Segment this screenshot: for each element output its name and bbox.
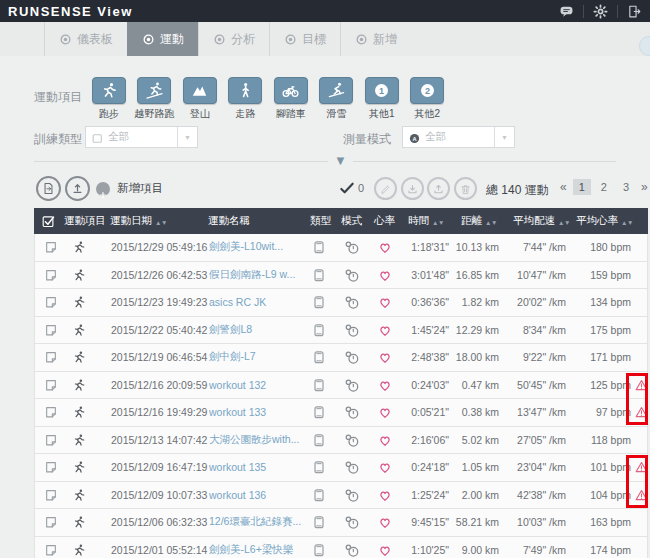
download-button[interactable] — [401, 177, 424, 200]
pagination-prev[interactable]: « — [558, 180, 569, 194]
stopwatch-mode-icon — [343, 454, 361, 481]
row-name-link[interactable]: asics RC JK — [209, 289, 309, 316]
row-distance: 1.82 km — [437, 289, 499, 316]
memo-icon[interactable] — [43, 344, 59, 371]
table-row[interactable]: 2015/12/06 06:32:33 12/6環臺北紀錄賽... 9:45'1… — [35, 509, 647, 537]
row-date: 2015/12/22 05:40:42 — [111, 317, 207, 344]
memo-icon[interactable] — [43, 454, 59, 481]
row-name-link[interactable]: 劍中劍-L7 — [209, 344, 309, 371]
memo-icon[interactable] — [43, 372, 59, 399]
memo-icon[interactable] — [43, 427, 59, 454]
row-name-link[interactable]: 劍警劍L8 — [209, 317, 309, 344]
memo-icon[interactable] — [43, 262, 59, 289]
row-name-link[interactable]: 劍劍美-L6+梁快樂 — [209, 537, 309, 558]
table-row[interactable]: 2015/12/16 20:09:59 workout 132 0:24'03"… — [35, 372, 647, 400]
col-header-time[interactable]: 時間 ▲▼ — [408, 208, 444, 234]
row-pace: 10'03" /km — [493, 509, 566, 536]
row-name-link[interactable]: 12/6環臺北紀錄賽... — [209, 509, 309, 536]
memo-icon[interactable] — [43, 509, 59, 536]
row-date: 2015/12/09 10:07:33 — [111, 482, 207, 509]
table-row[interactable]: 2015/12/29 05:49:16 劍劍美-L10wit... 1:18'3… — [35, 234, 647, 262]
table-row[interactable]: 2015/12/19 06:46:54 劍中劍-L7 2:48'38" 18.0… — [35, 344, 647, 372]
sort-icon[interactable]: ▲▼ — [558, 215, 570, 227]
sort-icon[interactable]: ▲▼ — [621, 215, 633, 227]
table-row[interactable]: 2015/12/16 19:49:29 workout 133 0:05'21"… — [35, 399, 647, 427]
table-row[interactable]: 2015/12/01 05:52:14 劍劍美-L6+梁快樂 1:10'25" … — [35, 537, 647, 558]
page-1[interactable]: 1 — [573, 179, 591, 195]
table-row[interactable]: 2015/12/09 10:07:33 workout 136 1:25'24"… — [35, 482, 647, 510]
row-distance: 16.85 km — [437, 262, 499, 289]
sport-running[interactable]: 跑步 — [86, 77, 132, 121]
sort-icon[interactable]: ▲▼ — [155, 215, 167, 227]
page-3[interactable]: 3 — [617, 179, 635, 195]
pagination-next[interactable]: » — [639, 180, 650, 194]
table-row[interactable]: 2015/12/13 14:07:42 大湖公園散步with... 2:16'0… — [35, 427, 647, 455]
memo-icon[interactable] — [43, 317, 59, 344]
runner-icon — [71, 344, 86, 371]
tab-dashboard[interactable]: 儀表板 — [44, 22, 127, 56]
chat-icon[interactable] — [559, 4, 574, 19]
sport-skiing[interactable]: 滑雪 — [314, 77, 360, 121]
sport-hiking[interactable]: 登山 — [177, 77, 223, 121]
sort-icon[interactable]: ▲▼ — [432, 215, 444, 227]
row-name-link[interactable]: workout 133 — [209, 399, 309, 426]
training-type-label: 訓練類型 — [34, 131, 82, 148]
tab-analysis[interactable]: 分析 — [198, 22, 269, 56]
edit-button[interactable] — [374, 177, 397, 200]
memo-icon[interactable] — [43, 537, 59, 558]
training-type-select[interactable]: 全部 ▼ — [85, 126, 198, 148]
col-header-hr[interactable]: 心率 — [374, 208, 395, 234]
row-name-link[interactable]: workout 132 — [209, 372, 309, 399]
gear-icon[interactable] — [593, 4, 608, 19]
row-name-link[interactable]: workout 136 — [209, 482, 309, 509]
sport-other1[interactable]: 1 其他1 — [359, 77, 405, 121]
add-item-button[interactable]: 新增項目 — [96, 181, 163, 196]
warning-icon — [634, 454, 649, 481]
select-all-checkbox[interactable] — [41, 208, 56, 234]
table-row[interactable]: 2015/12/23 19:49:23 asics RC JK 0:36'36"… — [35, 289, 647, 317]
collapse-arrow[interactable]: ▼ — [328, 154, 353, 167]
page-2[interactable]: 2 — [595, 179, 613, 195]
stopwatch-mode-icon — [343, 427, 361, 454]
sort-icon[interactable]: ▲▼ — [485, 215, 497, 227]
row-distance: 0.47 km — [437, 372, 499, 399]
tab-workouts[interactable]: 運動 — [127, 22, 198, 56]
row-name-link[interactable]: 假日劍南路-L9 w... — [209, 262, 309, 289]
col-header-mode[interactable]: 模式 — [341, 208, 362, 234]
col-header-name[interactable]: 運動名稱 — [208, 208, 250, 234]
col-header-pace[interactable]: 平均配速 ▲▼ — [513, 208, 570, 234]
memo-icon[interactable] — [43, 482, 59, 509]
tab-add[interactable]: 新增 — [340, 22, 411, 56]
memo-icon[interactable] — [43, 289, 59, 316]
sport-walking[interactable]: 走路 — [223, 77, 269, 121]
export-report-button[interactable] — [36, 176, 61, 201]
row-name-link[interactable]: 大湖公園散步with... — [209, 427, 309, 454]
col-header-date[interactable]: 運動日期 ▲▼ — [110, 208, 167, 234]
warning-icon — [634, 372, 649, 399]
sport-trail-running[interactable]: 越野路跑 — [132, 77, 178, 121]
memo-icon[interactable] — [43, 399, 59, 426]
row-name-link[interactable]: 劍劍美-L10wit... — [209, 234, 309, 261]
col-header-distance[interactable]: 距離 ▲▼ — [461, 208, 497, 234]
table-row[interactable]: 2015/12/26 06:42:53 假日劍南路-L9 w... 3:01'4… — [35, 262, 647, 290]
caret-down-icon: ▼ — [494, 127, 514, 147]
upload-button[interactable] — [65, 176, 90, 201]
table-row[interactable]: 2015/12/09 16:47:19 workout 135 0:24'18"… — [35, 454, 647, 482]
sport-cycling[interactable]: 腳踏車 — [268, 77, 314, 121]
stopwatch-mode-icon — [343, 317, 361, 344]
col-header-type[interactable]: 類型 — [310, 208, 331, 234]
pencil-icon — [379, 182, 392, 195]
logout-icon[interactable] — [627, 4, 642, 19]
row-name-link[interactable]: workout 135 — [209, 454, 309, 481]
upload-selected-button[interactable] — [427, 177, 450, 200]
memo-icon[interactable] — [43, 234, 59, 261]
sport-other2[interactable]: 2 其他2 — [405, 77, 451, 121]
measure-mode-select[interactable]: A 全部 ▼ — [402, 126, 515, 148]
delete-button[interactable] — [454, 177, 477, 200]
row-distance: 0.38 km — [437, 399, 499, 426]
col-header-avg-hr[interactable]: 平均心率 ▲▼ — [576, 208, 633, 234]
tab-goals[interactable]: 目標 — [269, 22, 340, 56]
row-date: 2015/12/29 05:49:16 — [111, 234, 207, 261]
table-row[interactable]: 2015/12/22 05:40:42 劍警劍L8 1:45'24" 12.29… — [35, 317, 647, 345]
col-header-sport[interactable]: 運動項目 — [64, 208, 106, 234]
